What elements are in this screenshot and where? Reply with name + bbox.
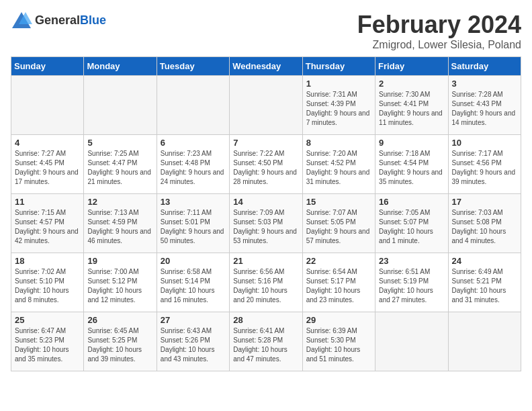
day-number: 6: [161, 138, 226, 148]
calendar-cell: 3Sunrise: 7:28 AMSunset: 4:43 PMDaylight…: [448, 76, 521, 135]
calendar-cell: 22Sunrise: 6:54 AMSunset: 5:17 PMDayligh…: [302, 253, 375, 312]
day-details: Sunrise: 7:11 AMSunset: 5:01 PMDaylight:…: [161, 208, 226, 246]
day-details: Sunrise: 7:23 AMSunset: 4:48 PMDaylight:…: [161, 149, 226, 187]
calendar-cell: [375, 312, 448, 371]
calendar-cell: 4Sunrise: 7:27 AMSunset: 4:45 PMDaylight…: [11, 135, 84, 194]
calendar-cell: 21Sunrise: 6:56 AMSunset: 5:16 PMDayligh…: [230, 253, 302, 312]
calendar-cell: 19Sunrise: 7:00 AMSunset: 5:12 PMDayligh…: [84, 253, 157, 312]
day-number: 18: [15, 256, 80, 266]
calendar-cell: 23Sunrise: 6:51 AMSunset: 5:19 PMDayligh…: [375, 253, 448, 312]
day-number: 5: [87, 138, 152, 148]
day-number: 28: [233, 315, 298, 325]
day-details: Sunrise: 7:17 AMSunset: 4:56 PMDaylight:…: [452, 149, 517, 187]
day-header-saturday: Saturday: [448, 57, 521, 76]
calendar-cell: 24Sunrise: 6:49 AMSunset: 5:21 PMDayligh…: [448, 253, 521, 312]
day-number: 22: [306, 256, 371, 266]
day-details: Sunrise: 7:03 AMSunset: 5:08 PMDaylight:…: [452, 208, 517, 246]
day-details: Sunrise: 7:15 AMSunset: 4:57 PMDaylight:…: [15, 208, 80, 246]
calendar-cell: 27Sunrise: 6:43 AMSunset: 5:26 PMDayligh…: [157, 312, 229, 371]
day-details: Sunrise: 6:41 AMSunset: 5:28 PMDaylight:…: [233, 326, 298, 364]
calendar-cell: 8Sunrise: 7:20 AMSunset: 4:52 PMDaylight…: [302, 135, 375, 194]
calendar-cell: 29Sunrise: 6:39 AMSunset: 5:30 PMDayligh…: [302, 312, 375, 371]
calendar-cell: 10Sunrise: 7:17 AMSunset: 4:56 PMDayligh…: [448, 135, 521, 194]
day-number: 23: [379, 256, 444, 266]
calendar-cell: 15Sunrise: 7:07 AMSunset: 5:05 PMDayligh…: [302, 194, 375, 253]
day-number: 20: [161, 256, 226, 266]
calendar-cell: 17Sunrise: 7:03 AMSunset: 5:08 PMDayligh…: [448, 194, 521, 253]
day-number: 16: [379, 197, 444, 207]
day-number: 19: [87, 256, 152, 266]
calendar-cell: [11, 76, 84, 135]
calendar-week-row: 1Sunrise: 7:31 AMSunset: 4:39 PMDaylight…: [11, 76, 521, 135]
day-number: 21: [233, 256, 298, 266]
day-number: 7: [233, 138, 298, 148]
day-details: Sunrise: 7:02 AMSunset: 5:10 PMDaylight:…: [15, 267, 80, 305]
day-details: Sunrise: 7:13 AMSunset: 4:59 PMDaylight:…: [87, 208, 152, 246]
day-number: 2: [379, 79, 444, 89]
day-details: Sunrise: 6:51 AMSunset: 5:19 PMDaylight:…: [379, 267, 444, 305]
calendar-cell: 16Sunrise: 7:05 AMSunset: 5:07 PMDayligh…: [375, 194, 448, 253]
calendar-cell: 28Sunrise: 6:41 AMSunset: 5:28 PMDayligh…: [230, 312, 302, 371]
day-details: Sunrise: 7:18 AMSunset: 4:54 PMDaylight:…: [379, 149, 444, 187]
calendar-week-row: 4Sunrise: 7:27 AMSunset: 4:45 PMDaylight…: [11, 135, 521, 194]
day-number: 15: [306, 197, 371, 207]
day-details: Sunrise: 7:09 AMSunset: 5:03 PMDaylight:…: [233, 208, 298, 246]
day-details: Sunrise: 7:00 AMSunset: 5:12 PMDaylight:…: [87, 267, 152, 305]
day-details: Sunrise: 6:43 AMSunset: 5:26 PMDaylight:…: [161, 326, 226, 364]
calendar-cell: 6Sunrise: 7:23 AMSunset: 4:48 PMDaylight…: [157, 135, 229, 194]
calendar-cell: 2Sunrise: 7:30 AMSunset: 4:41 PMDaylight…: [375, 76, 448, 135]
calendar-cell: 25Sunrise: 6:47 AMSunset: 5:23 PMDayligh…: [11, 312, 84, 371]
page-header: GeneralBlue February 2024 Zmigrod, Lower…: [11, 11, 521, 51]
calendar-cell: 5Sunrise: 7:25 AMSunset: 4:47 PMDaylight…: [84, 135, 157, 194]
day-number: 25: [15, 315, 80, 325]
day-number: 10: [452, 138, 517, 148]
logo-text-general: General: [35, 13, 80, 27]
day-details: Sunrise: 6:49 AMSunset: 5:21 PMDaylight:…: [452, 267, 517, 305]
day-number: 13: [161, 197, 226, 207]
calendar-cell: 1Sunrise: 7:31 AMSunset: 4:39 PMDaylight…: [302, 76, 375, 135]
day-header-tuesday: Tuesday: [157, 57, 229, 76]
calendar-cell: 20Sunrise: 6:58 AMSunset: 5:14 PMDayligh…: [157, 253, 229, 312]
day-header-monday: Monday: [84, 57, 157, 76]
calendar-cell: [230, 76, 302, 135]
day-details: Sunrise: 7:27 AMSunset: 4:45 PMDaylight:…: [15, 149, 80, 187]
day-details: Sunrise: 7:20 AMSunset: 4:52 PMDaylight:…: [306, 149, 371, 187]
calendar-cell: 18Sunrise: 7:02 AMSunset: 5:10 PMDayligh…: [11, 253, 84, 312]
day-details: Sunrise: 6:39 AMSunset: 5:30 PMDaylight:…: [306, 326, 371, 364]
day-header-wednesday: Wednesday: [230, 57, 302, 76]
day-number: 3: [452, 79, 517, 89]
calendar-header-row: SundayMondayTuesdayWednesdayThursdayFrid…: [11, 57, 521, 76]
day-number: 29: [306, 315, 371, 325]
calendar-body: 1Sunrise: 7:31 AMSunset: 4:39 PMDaylight…: [11, 76, 521, 371]
calendar-cell: [448, 312, 521, 371]
calendar-cell: 11Sunrise: 7:15 AMSunset: 4:57 PMDayligh…: [11, 194, 84, 253]
calendar-cell: 14Sunrise: 7:09 AMSunset: 5:03 PMDayligh…: [230, 194, 302, 253]
calendar-cell: [157, 76, 229, 135]
day-details: Sunrise: 7:22 AMSunset: 4:50 PMDaylight:…: [233, 149, 298, 187]
day-details: Sunrise: 6:54 AMSunset: 5:17 PMDaylight:…: [306, 267, 371, 305]
day-details: Sunrise: 7:07 AMSunset: 5:05 PMDaylight:…: [306, 208, 371, 246]
calendar-cell: [84, 76, 157, 135]
day-header-thursday: Thursday: [302, 57, 375, 76]
logo-icon: [11, 11, 32, 30]
day-number: 14: [233, 197, 298, 207]
day-header-friday: Friday: [375, 57, 448, 76]
day-number: 12: [87, 197, 152, 207]
calendar-cell: 13Sunrise: 7:11 AMSunset: 5:01 PMDayligh…: [157, 194, 229, 253]
day-details: Sunrise: 6:56 AMSunset: 5:16 PMDaylight:…: [233, 267, 298, 305]
day-details: Sunrise: 6:45 AMSunset: 5:25 PMDaylight:…: [87, 326, 152, 364]
day-details: Sunrise: 7:25 AMSunset: 4:47 PMDaylight:…: [87, 149, 152, 187]
location-title: Zmigrod, Lower Silesia, Poland: [357, 39, 521, 51]
day-details: Sunrise: 6:58 AMSunset: 5:14 PMDaylight:…: [161, 267, 226, 305]
calendar-cell: 7Sunrise: 7:22 AMSunset: 4:50 PMDaylight…: [230, 135, 302, 194]
logo-text-blue: Blue: [80, 13, 106, 27]
day-details: Sunrise: 7:31 AMSunset: 4:39 PMDaylight:…: [306, 90, 371, 128]
calendar-table: SundayMondayTuesdayWednesdayThursdayFrid…: [11, 56, 521, 371]
calendar-cell: 9Sunrise: 7:18 AMSunset: 4:54 PMDaylight…: [375, 135, 448, 194]
day-header-sunday: Sunday: [11, 57, 84, 76]
day-number: 17: [452, 197, 517, 207]
calendar-week-row: 25Sunrise: 6:47 AMSunset: 5:23 PMDayligh…: [11, 312, 521, 371]
day-number: 4: [15, 138, 80, 148]
day-number: 1: [306, 79, 371, 89]
calendar-week-row: 11Sunrise: 7:15 AMSunset: 4:57 PMDayligh…: [11, 194, 521, 253]
